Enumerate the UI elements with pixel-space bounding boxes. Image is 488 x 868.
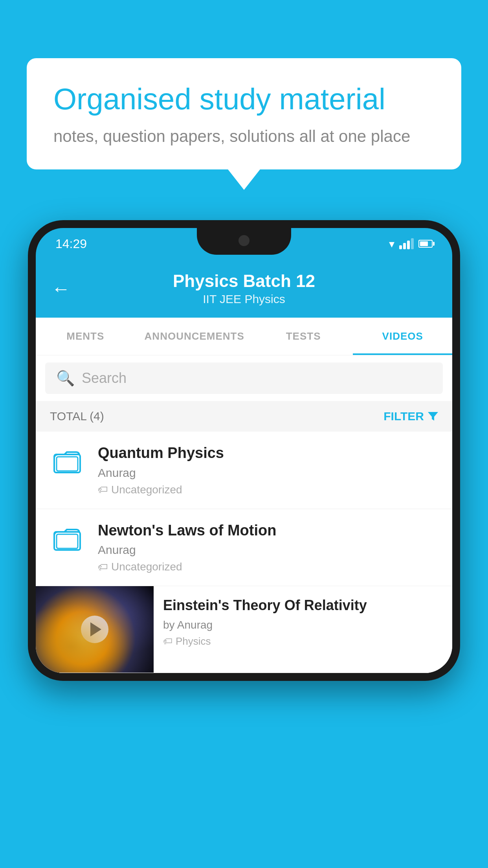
signal-icon: [399, 238, 414, 249]
tag-icon: 🏷: [98, 561, 108, 573]
thumbnail-bg: [36, 586, 154, 673]
svg-rect-4: [57, 534, 78, 548]
battery-icon: [418, 240, 433, 248]
filter-label: FILTER: [383, 410, 424, 423]
item-icon-wrap: [48, 522, 87, 552]
item-title: Newton's Laws of Motion: [98, 522, 440, 540]
tabs-bar: MENTS ANNOUNCEMENTS TESTS VIDEOS: [36, 318, 452, 355]
item-title: Quantum Physics: [98, 444, 440, 462]
status-bar: 14:29 ▾: [36, 228, 452, 259]
svg-rect-2: [57, 457, 78, 471]
tab-ments[interactable]: MENTS: [36, 318, 135, 355]
filter-button[interactable]: FILTER: [383, 410, 438, 423]
phone-device: 14:29 ▾ ←: [28, 220, 460, 681]
item-tag: 🏷 Uncategorized: [98, 561, 440, 573]
tag-label: Physics: [176, 635, 211, 647]
item-icon-wrap: [48, 444, 87, 475]
item-author: Anurag: [98, 543, 440, 557]
batch-subtitle: IIT JEE Physics: [173, 292, 315, 306]
video-list: Quantum Physics Anurag 🏷 Uncategorized: [36, 432, 452, 673]
item-info: Quantum Physics Anurag 🏷 Uncategorized: [98, 444, 440, 496]
filter-funnel-icon: [428, 412, 438, 421]
tab-videos[interactable]: VIDEOS: [353, 318, 452, 355]
bubble-subtitle: notes, question papers, solutions all at…: [53, 127, 435, 146]
phone-outer-shell: 14:29 ▾ ←: [28, 220, 460, 681]
list-item[interactable]: Einstein's Theory Of Relativity by Anura…: [36, 586, 452, 673]
item-author: by Anurag: [163, 619, 443, 631]
camera-notch: [238, 235, 250, 246]
tag-icon: 🏷: [163, 636, 172, 647]
speech-bubble-section: Organised study material notes, question…: [27, 58, 461, 169]
item-title: Einstein's Theory Of Relativity: [163, 596, 443, 615]
batch-title: Physics Batch 12: [173, 271, 315, 291]
filter-bar: TOTAL (4) FILTER: [36, 401, 452, 432]
wifi-icon: ▾: [389, 237, 394, 250]
list-item[interactable]: Newton's Laws of Motion Anurag 🏷 Uncateg…: [36, 509, 452, 587]
search-placeholder: Search: [82, 370, 127, 386]
bubble-title: Organised study material: [53, 82, 435, 116]
search-box[interactable]: 🔍 Search: [45, 362, 443, 394]
tag-label: Uncategorized: [111, 484, 182, 496]
app-screen: ← Physics Batch 12 IIT JEE Physics MENTS…: [36, 259, 452, 673]
folder-icon: [53, 447, 81, 475]
folder-icon: [53, 525, 81, 552]
item-author: Anurag: [98, 466, 440, 480]
speech-bubble: Organised study material notes, question…: [27, 58, 461, 169]
status-time: 14:29: [55, 237, 87, 251]
item-info: Einstein's Theory Of Relativity by Anura…: [154, 586, 452, 658]
search-container: 🔍 Search: [36, 355, 452, 401]
tab-announcements[interactable]: ANNOUNCEMENTS: [135, 318, 254, 355]
back-button[interactable]: ←: [51, 278, 70, 300]
header-center: Physics Batch 12 IIT JEE Physics: [173, 271, 315, 306]
video-thumbnail: [36, 586, 154, 673]
status-icons: ▾: [389, 237, 433, 250]
item-tag: 🏷 Uncategorized: [98, 484, 440, 496]
tag-label: Uncategorized: [111, 561, 182, 573]
total-count: TOTAL (4): [50, 410, 104, 423]
app-header: ← Physics Batch 12 IIT JEE Physics: [36, 259, 452, 318]
tag-icon: 🏷: [98, 484, 108, 496]
item-tag: 🏷 Physics: [163, 635, 443, 647]
search-icon: 🔍: [56, 370, 75, 387]
tab-tests[interactable]: TESTS: [254, 318, 353, 355]
svg-marker-0: [428, 412, 438, 421]
list-item[interactable]: Quantum Physics Anurag 🏷 Uncategorized: [36, 432, 452, 509]
item-info: Newton's Laws of Motion Anurag 🏷 Uncateg…: [98, 522, 440, 574]
